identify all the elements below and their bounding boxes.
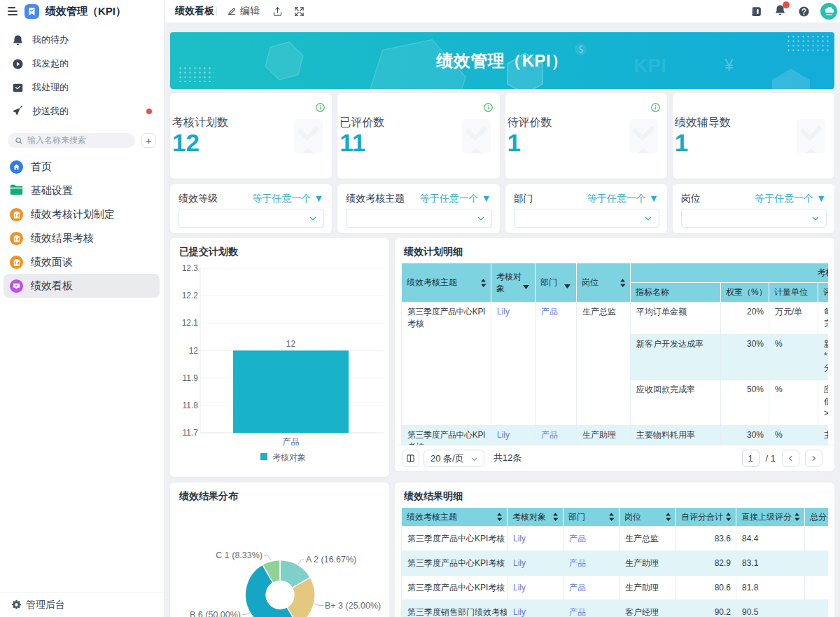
svg-text:12.2: 12.2 [182, 291, 199, 300]
svg-text:12.1: 12.1 [182, 318, 199, 328]
svg-text:A 2 (16.67%): A 2 (16.67%) [306, 555, 356, 564]
svg-text:B 6 (50.00%): B 6 (50.00%) [190, 610, 241, 617]
svg-text:考核对象: 考核对象 [272, 452, 306, 462]
svg-text:12: 12 [286, 339, 296, 349]
svg-text:B+ 3 (25.00%): B+ 3 (25.00%) [325, 601, 381, 611]
svg-text:12.3: 12.3 [182, 263, 199, 273]
svg-text:11.7: 11.7 [183, 428, 199, 438]
svg-text:C 1 (8.33%): C 1 (8.33%) [216, 550, 262, 560]
svg-text:12: 12 [189, 346, 199, 356]
svg-text:产品: 产品 [283, 437, 300, 447]
svg-text:11.8: 11.8 [183, 401, 199, 410]
svg-text:11.9: 11.9 [183, 373, 199, 383]
